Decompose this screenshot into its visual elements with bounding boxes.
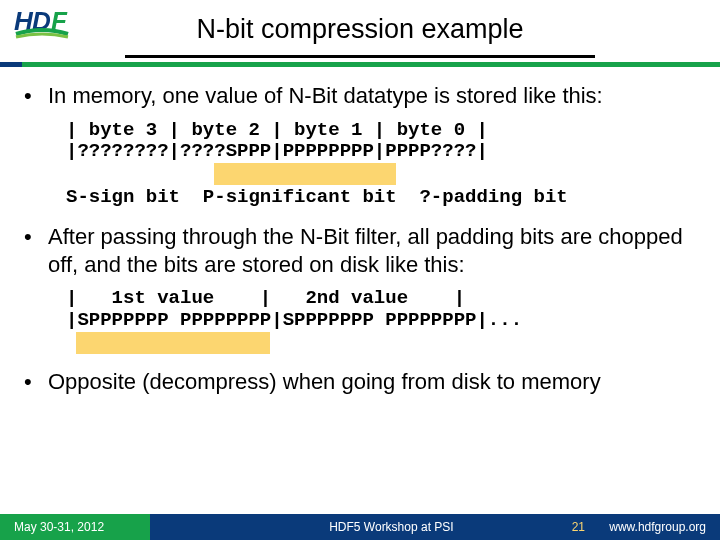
highlight-row-1 xyxy=(66,163,696,185)
code1-line1: | byte 3 | byte 2 | byte 1 | byte 0 | xyxy=(66,120,696,142)
bullet-1: • In memory, one value of N-Bit datatype… xyxy=(24,82,696,110)
bullet-1-text: In memory, one value of N-Bit datatype i… xyxy=(48,82,603,110)
bullet-3-text: Opposite (decompress) when going from di… xyxy=(48,368,601,396)
slide-footer: May 30-31, 2012 HDF5 Workshop at PSI 21 … xyxy=(0,514,720,540)
code2-line1: | 1st value | 2nd value | xyxy=(66,288,696,310)
code-block-2: | 1st value | 2nd value | |SPPPPPPP PPPP… xyxy=(66,288,696,354)
bullet-dot: • xyxy=(24,223,48,278)
title-underline xyxy=(125,55,595,58)
code2-line2: |SPPPPPPP PPPPPPPP|SPPPPPPP PPPPPPPP|... xyxy=(66,310,696,332)
hdf-logo: H D F xyxy=(14,6,74,46)
slide-header: H D F N-bit compression example xyxy=(0,0,720,60)
bullet-dot: • xyxy=(24,368,48,396)
slide-title: N-bit compression example xyxy=(0,8,720,45)
divider-bar xyxy=(0,62,720,67)
footer-date: May 30-31, 2012 xyxy=(0,514,150,540)
bullet-3: • Opposite (decompress) when going from … xyxy=(24,368,696,396)
footer-page: 21 xyxy=(572,520,585,534)
slide-content: • In memory, one value of N-Bit datatype… xyxy=(0,60,720,395)
footer-url: www.hdfgroup.org xyxy=(609,520,706,534)
code1-line2: |????????|????SPPP|PPPPPPPP|PPPP????| xyxy=(66,141,696,163)
code1-legend: S-sign bit P-significant bit ?-padding b… xyxy=(66,187,696,209)
code-block-1: | byte 3 | byte 2 | byte 1 | byte 0 | |?… xyxy=(66,120,696,210)
footer-center: HDF5 Workshop at PSI xyxy=(329,520,454,534)
bullet-2-text: After passing through the N-Bit filter, … xyxy=(48,223,696,278)
highlight-box xyxy=(214,163,396,185)
highlight-box xyxy=(76,332,270,354)
bullet-dot: • xyxy=(24,82,48,110)
footer-right: HDF5 Workshop at PSI 21 www.hdfgroup.org xyxy=(150,514,720,540)
highlight-row-2 xyxy=(66,332,696,354)
bullet-2: • After passing through the N-Bit filter… xyxy=(24,223,696,278)
